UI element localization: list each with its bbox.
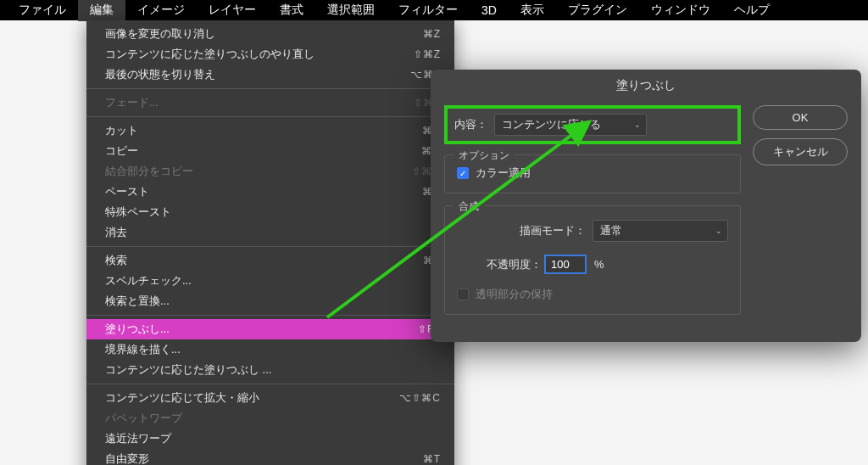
dropdown-item-shortcut: ⌘T bbox=[423, 453, 441, 465]
dropdown-item-label: 特殊ペースト bbox=[105, 204, 171, 220]
dropdown-item-label: コピー bbox=[105, 143, 138, 159]
menu-window[interactable]: ウィンドウ bbox=[639, 0, 722, 21]
dropdown-item-2[interactable]: 最後の状態を切り替え⌥⌘Z bbox=[86, 64, 454, 85]
dropdown-item-label: カット bbox=[105, 123, 138, 138]
content-select[interactable]: コンテンツに応じる ⌄ bbox=[494, 114, 647, 136]
dropdown-item-11[interactable]: スペルチェック... bbox=[86, 271, 454, 291]
dropdown-separator bbox=[86, 384, 454, 384]
dropdown-item-shortcut: ⌘Z bbox=[423, 28, 441, 40]
color-apply-label: カラー適用 bbox=[476, 165, 531, 181]
dropdown-item-3: フェード...⇧⌘F bbox=[86, 92, 454, 113]
opacity-label: 不透明度： bbox=[487, 257, 542, 272]
dialog-title: 塗りつぶし bbox=[431, 70, 861, 105]
dropdown-item-0[interactable]: 画像を変更の取り消し⌘Z bbox=[86, 24, 454, 44]
dropdown-separator bbox=[86, 88, 454, 89]
content-label: 内容： bbox=[454, 117, 487, 132]
dropdown-item-13[interactable]: 塗りつぶし...⇧F5 bbox=[86, 319, 454, 339]
menu-3d[interactable]: 3D bbox=[470, 0, 509, 20]
dropdown-item-shortcut: ⌥⇧⌘C bbox=[399, 392, 441, 404]
options-legend: オプション bbox=[453, 148, 515, 163]
menu-filter[interactable]: フィルター bbox=[387, 0, 470, 21]
dropdown-item-label: パペットワープ bbox=[105, 411, 182, 426]
menubar: ファイル 編集 イメージ レイヤー 書式 選択範囲 フィルター 3D 表示 プラ… bbox=[0, 0, 868, 20]
dropdown-item-label: 結合部分をコピー bbox=[105, 164, 193, 179]
dropdown-item-7[interactable]: ペースト⌘V bbox=[86, 182, 454, 202]
dropdown-item-label: 消去 bbox=[105, 225, 127, 240]
dropdown-item-14[interactable]: 境界線を描く... bbox=[86, 339, 454, 360]
content-select-value: コンテンツに応じる bbox=[502, 117, 601, 132]
dropdown-item-label: フェード... bbox=[105, 95, 159, 110]
content-row-highlight: 内容： コンテンツに応じる ⌄ bbox=[444, 105, 741, 144]
ok-button[interactable]: OK bbox=[753, 105, 848, 130]
edit-dropdown: 画像を変更の取り消し⌘Zコンテンツに応じた塗りつぶしのやり直し⇧⌘Z最後の状態を… bbox=[86, 20, 454, 465]
dropdown-item-shortcut: ⇧⌘Z bbox=[414, 48, 441, 60]
compose-legend: 合成 bbox=[453, 199, 484, 214]
color-apply-checkbox[interactable]: ✓ bbox=[457, 167, 469, 179]
dropdown-item-15[interactable]: コンテンツに応じた塗りつぶし ... bbox=[86, 360, 454, 380]
menu-edit[interactable]: 編集 bbox=[78, 0, 125, 21]
opacity-input[interactable]: 100 bbox=[545, 255, 586, 273]
dropdown-item-label: 塗りつぶし... bbox=[105, 322, 170, 337]
dropdown-separator bbox=[86, 246, 454, 247]
dropdown-item-label: 検索 bbox=[105, 253, 127, 268]
dropdown-item-label: 最後の状態を切り替え bbox=[105, 67, 215, 82]
dropdown-item-label: 検索と置換... bbox=[105, 294, 170, 309]
mode-select[interactable]: 通常 ⌄ bbox=[593, 220, 728, 242]
dropdown-item-5[interactable]: コピー⌘C bbox=[86, 141, 454, 161]
dropdown-item-8[interactable]: 特殊ペースト▶ bbox=[86, 202, 454, 222]
mode-label: 描画モード： bbox=[520, 223, 586, 238]
dropdown-item-label: 遠近法ワープ bbox=[105, 431, 171, 446]
dropdown-item-12[interactable]: 検索と置換... bbox=[86, 291, 454, 311]
dropdown-item-17: パペットワープ bbox=[86, 408, 454, 429]
dropdown-item-label: スペルチェック... bbox=[105, 273, 192, 289]
dropdown-item-4[interactable]: カット⌘X bbox=[86, 120, 454, 141]
dropdown-item-label: 画像を変更の取り消し bbox=[105, 26, 215, 42]
options-fieldset: オプション ✓ カラー適用 bbox=[444, 154, 741, 193]
cancel-button[interactable]: キャンセル bbox=[753, 138, 848, 165]
menu-file[interactable]: ファイル bbox=[7, 0, 78, 21]
dropdown-separator bbox=[86, 315, 454, 316]
menu-help[interactable]: ヘルプ bbox=[722, 0, 782, 21]
chevron-down-icon: ⌄ bbox=[715, 227, 722, 235]
dropdown-item-label: コンテンツに応じた塗りつぶし ... bbox=[105, 362, 271, 378]
menu-select[interactable]: 選択範囲 bbox=[315, 0, 387, 21]
menu-layer[interactable]: レイヤー bbox=[197, 0, 268, 21]
dropdown-item-10[interactable]: 検索⌘F bbox=[86, 250, 454, 271]
dropdown-item-label: 自由変形 bbox=[105, 451, 149, 465]
dropdown-item-label: コンテンツに応じた塗りつぶしのやり直し bbox=[105, 47, 314, 62]
compose-fieldset: 合成 描画モード： 通常 ⌄ 不透明度： 100 % 透明部分の保持 bbox=[444, 205, 741, 315]
dropdown-item-19[interactable]: 自由変形⌘T bbox=[86, 449, 454, 465]
fill-dialog: 塗りつぶし 内容： コンテンツに応じる ⌄ オプション ✓ カラー適用 合成 bbox=[431, 70, 861, 342]
preserve-trans-label: 透明部分の保持 bbox=[476, 287, 553, 302]
chevron-down-icon: ⌄ bbox=[634, 120, 641, 129]
dropdown-item-1[interactable]: コンテンツに応じた塗りつぶしのやり直し⇧⌘Z bbox=[86, 44, 454, 64]
dropdown-item-label: コンテンツに応じて拡大・縮小 bbox=[105, 390, 259, 406]
menu-type[interactable]: 書式 bbox=[268, 0, 315, 21]
menu-image[interactable]: イメージ bbox=[125, 0, 197, 21]
preserve-trans-checkbox bbox=[457, 289, 469, 300]
dropdown-item-label: 境界線を描く... bbox=[105, 342, 181, 357]
menu-plugins[interactable]: プラグイン bbox=[556, 0, 639, 21]
dropdown-item-label: ペースト bbox=[105, 184, 149, 199]
mode-select-value: 通常 bbox=[600, 223, 622, 238]
dropdown-item-18[interactable]: 遠近法ワープ bbox=[86, 429, 454, 449]
opacity-unit: % bbox=[594, 258, 728, 271]
dropdown-item-16[interactable]: コンテンツに応じて拡大・縮小⌥⇧⌘C bbox=[86, 388, 454, 408]
dropdown-separator bbox=[86, 116, 454, 117]
dropdown-item-6: 結合部分をコピー⇧⌘C bbox=[86, 161, 454, 182]
dropdown-item-9[interactable]: 消去 bbox=[86, 222, 454, 243]
menu-view[interactable]: 表示 bbox=[509, 0, 556, 21]
